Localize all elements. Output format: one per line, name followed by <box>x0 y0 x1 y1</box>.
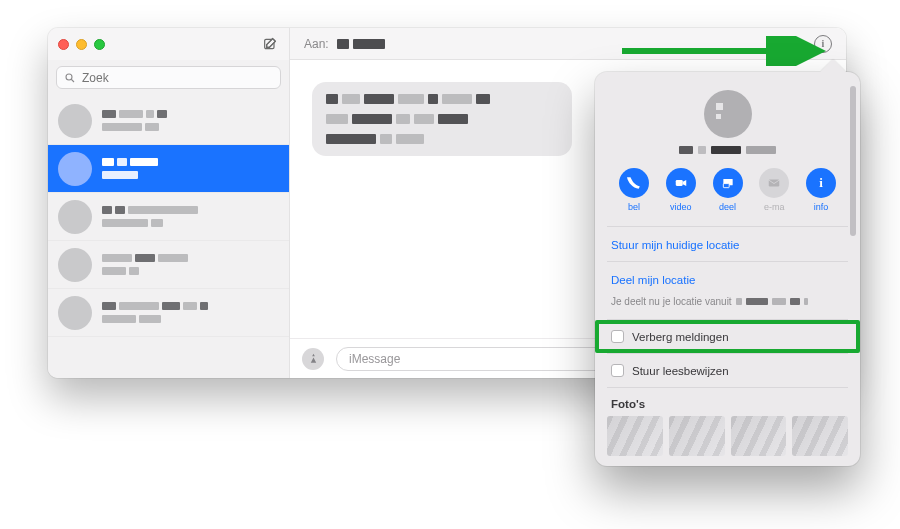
conversation-header: Aan: i <box>290 28 846 60</box>
popover-scrollbar[interactable] <box>850 86 856 236</box>
conversation-item[interactable] <box>48 193 289 241</box>
hide-notifications-checkbox[interactable] <box>611 330 624 343</box>
photo-thumbnail[interactable] <box>669 416 725 456</box>
share-action[interactable]: deel <box>709 168 747 212</box>
details-info-button[interactable]: i <box>814 35 832 53</box>
info-icon: i <box>822 38 825 49</box>
photo-thumbnail[interactable] <box>792 416 848 456</box>
avatar <box>58 296 92 330</box>
conversation-list <box>48 97 289 378</box>
conversation-item-selected[interactable] <box>48 145 289 193</box>
svg-rect-6 <box>769 180 780 187</box>
send-current-location-link[interactable]: Stuur mijn huidige locatie <box>595 227 860 261</box>
hide-notifications-row[interactable]: Verberg meldingen <box>595 320 860 353</box>
share-my-location-link[interactable]: Deel mijn locatie <box>595 262 860 296</box>
conversation-item[interactable] <box>48 97 289 145</box>
appstore-icon <box>307 352 320 365</box>
hide-notifications-label: Verberg meldingen <box>632 331 729 343</box>
zoom-window-button[interactable] <box>94 39 105 50</box>
avatar <box>58 248 92 282</box>
send-read-receipts-row[interactable]: Stuur leesbewijzen <box>595 354 860 387</box>
phone-icon <box>627 176 641 190</box>
sidebar <box>48 28 290 378</box>
send-read-receipts-label: Stuur leesbewijzen <box>632 365 729 377</box>
info-icon: i <box>819 175 823 191</box>
location-sharing-note: Je deelt nu je locatie vanuit <box>595 296 860 319</box>
window-controls <box>58 39 105 50</box>
photo-thumbnail[interactable] <box>607 416 663 456</box>
svg-rect-3 <box>676 180 683 186</box>
contact-name <box>679 146 776 154</box>
send-read-receipts-checkbox[interactable] <box>611 364 624 377</box>
details-popover: bel video deel e-ma i info Stuur mijn hu… <box>595 72 860 466</box>
call-action[interactable]: bel <box>615 168 653 212</box>
share-screen-icon <box>721 176 735 190</box>
titlebar <box>48 28 289 60</box>
avatar <box>58 104 92 138</box>
conversation-item[interactable] <box>48 241 289 289</box>
search-icon <box>64 72 76 84</box>
minimize-window-button[interactable] <box>76 39 87 50</box>
compose-new-message-button[interactable] <box>261 35 279 53</box>
avatar <box>58 152 92 186</box>
conversation-item[interactable] <box>48 289 289 337</box>
search-wrap <box>48 60 289 97</box>
apps-button[interactable] <box>302 348 324 370</box>
search-input[interactable] <box>82 71 273 85</box>
svg-point-1 <box>66 74 72 80</box>
photos-grid <box>595 416 860 456</box>
contact-avatar <box>704 90 752 138</box>
photo-thumbnail[interactable] <box>731 416 787 456</box>
search-field[interactable] <box>56 66 281 89</box>
quick-actions: bel video deel e-ma i info <box>595 164 860 226</box>
to-label: Aan: <box>304 37 329 51</box>
photos-section-title: Foto's <box>595 388 860 416</box>
contact-header <box>595 72 860 164</box>
info-action[interactable]: i info <box>802 168 840 212</box>
envelope-icon <box>767 176 781 190</box>
video-action[interactable]: video <box>662 168 700 212</box>
video-icon <box>674 176 688 190</box>
recipient-chips[interactable] <box>337 39 385 49</box>
message-input-placeholder: iMessage <box>349 352 400 366</box>
incoming-message-bubble <box>312 82 572 156</box>
avatar <box>58 200 92 234</box>
svg-rect-5 <box>723 184 729 188</box>
email-action: e-ma <box>755 168 793 212</box>
close-window-button[interactable] <box>58 39 69 50</box>
